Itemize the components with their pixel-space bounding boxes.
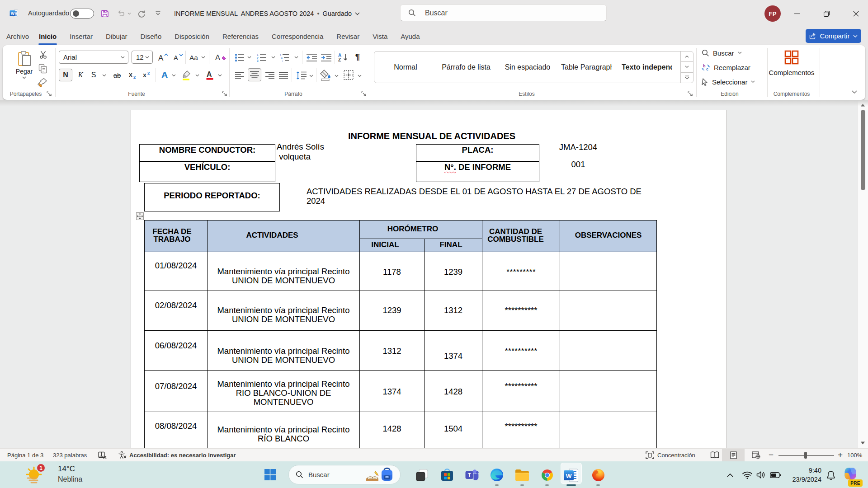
zoom-slider-thumb[interactable] <box>804 452 807 459</box>
start-button[interactable] <box>261 465 279 484</box>
clipboard-dialog-launcher[interactable] <box>47 91 52 97</box>
share-button[interactable]: Compartir <box>806 29 861 43</box>
highlight-chevron[interactable] <box>194 73 200 78</box>
tray-clock[interactable]: 9:40 23/9/2024 <box>784 465 821 484</box>
minimize-button[interactable] <box>787 0 807 27</box>
word-taskbar-icon[interactable]: W <box>562 467 580 484</box>
copilot-icon[interactable] <box>843 466 858 481</box>
style-parrafo-de-lista[interactable]: Párrafo de lista <box>441 52 491 83</box>
close-button[interactable] <box>844 0 868 27</box>
find-button[interactable]: Buscar <box>702 47 742 59</box>
edge-icon[interactable] <box>488 466 506 484</box>
tab-diseno[interactable]: Diseño <box>140 27 163 45</box>
text-effects-button[interactable]: A <box>158 69 171 81</box>
style-sin-espaciado[interactable]: Sin espaciado <box>502 52 553 83</box>
select-button[interactable]: Seleccionar <box>702 76 755 88</box>
tab-disposicion[interactable]: Disposición <box>174 27 210 45</box>
undo-dropdown-chevron[interactable] <box>127 12 131 15</box>
bold-button[interactable]: N <box>59 69 72 81</box>
accessibility-icon[interactable] <box>118 451 127 459</box>
underline-button[interactable]: S <box>88 69 99 81</box>
styles-more-button[interactable] <box>681 72 693 83</box>
chrome-icon[interactable] <box>538 466 556 484</box>
line-spacing-chevron[interactable] <box>308 74 314 78</box>
bullets-button[interactable] <box>234 52 245 63</box>
document-page[interactable]: INFORME MENSUAL DE ACTIVIDADES NOMBRE CO… <box>131 110 726 448</box>
italic-button[interactable]: K <box>75 69 86 81</box>
numbering-button[interactable]: 123 <box>255 52 267 63</box>
firefox-icon[interactable] <box>589 466 607 484</box>
collapse-ribbon-chevron[interactable] <box>850 89 859 96</box>
print-layout-button[interactable] <box>722 449 745 461</box>
weather-condition[interactable]: Neblina <box>58 475 82 483</box>
zoom-out-button[interactable]: − <box>769 450 774 460</box>
style-normal[interactable]: Normal <box>380 52 431 83</box>
tab-insertar[interactable]: Insertar <box>69 27 94 45</box>
multilevel-list-button[interactable]: 1ai <box>278 52 290 63</box>
notification-bell-icon[interactable] <box>824 468 838 482</box>
align-left-button[interactable] <box>234 70 245 81</box>
word-count[interactable]: 323 palabras <box>53 452 87 459</box>
line-spacing-button[interactable] <box>295 70 307 81</box>
cut-button[interactable] <box>38 50 49 60</box>
style-texto-independiente[interactable]: Texto independiente <box>622 52 672 83</box>
shading-chevron[interactable] <box>334 74 339 78</box>
font-color-button[interactable]: A <box>203 69 216 81</box>
titlebar-search-box[interactable]: Buscar <box>400 5 607 21</box>
text-effects-chevron[interactable] <box>171 73 176 78</box>
autosave-toggle[interactable] <box>70 9 94 19</box>
shrink-font-button[interactable]: A <box>172 52 184 63</box>
task-view-button[interactable] <box>413 466 431 484</box>
clear-formatting-button[interactable]: A <box>214 52 228 63</box>
tab-vista[interactable]: Vista <box>372 27 388 45</box>
bullets-chevron[interactable] <box>246 55 252 60</box>
styles-scroll-up[interactable] <box>681 52 693 61</box>
focus-mode-button[interactable]: Concentración <box>646 451 695 459</box>
change-case-button[interactable]: Aa <box>188 52 206 63</box>
vertical-scrollbar[interactable] <box>858 100 868 448</box>
tab-inicio[interactable]: Inicio <box>38 27 57 45</box>
tab-revisar[interactable]: Revisar <box>335 27 360 45</box>
addins-button-label[interactable]: Complementos <box>769 69 815 76</box>
align-center-button[interactable] <box>248 68 261 81</box>
zoom-level[interactable]: 100% <box>847 452 862 459</box>
taskbar-search-box[interactable]: Buscar <box>288 465 401 484</box>
tab-referencias[interactable]: Referencias <box>222 27 259 45</box>
align-right-button[interactable] <box>264 70 276 81</box>
speaker-icon[interactable] <box>755 469 767 481</box>
multilevel-chevron[interactable] <box>293 55 299 60</box>
proofing-icon[interactable] <box>98 451 107 459</box>
paste-button[interactable]: Pegar <box>13 48 35 97</box>
font-name-combo[interactable]: Arial <box>59 51 128 64</box>
show-marks-button[interactable]: ¶ <box>353 51 363 63</box>
strikethrough-button[interactable]: ab <box>109 69 125 81</box>
battery-icon[interactable] <box>769 469 782 481</box>
save-button[interactable] <box>100 9 109 18</box>
accessibility-status[interactable]: Accesibilidad: es necesario investigar <box>129 452 236 459</box>
increase-indent-button[interactable] <box>320 52 332 63</box>
font-color-chevron[interactable] <box>217 73 222 78</box>
redo-button[interactable] <box>137 9 146 18</box>
microsoft-store-icon[interactable] <box>438 466 456 484</box>
scroll-up-arrow[interactable] <box>860 103 866 108</box>
weather-temp[interactable]: 14°C <box>58 465 75 474</box>
restore-button[interactable] <box>816 0 837 27</box>
format-painter-button[interactable] <box>36 76 49 87</box>
superscript-button[interactable]: x2 <box>141 69 153 81</box>
scrollbar-thumb[interactable] <box>861 110 865 190</box>
wifi-icon[interactable] <box>741 469 754 481</box>
tray-chevron-up-icon[interactable] <box>724 469 736 481</box>
file-explorer-icon[interactable] <box>513 466 531 484</box>
addins-button[interactable] <box>783 49 800 66</box>
tab-correspondencia[interactable]: Correspondencia <box>271 27 324 45</box>
font-dialog-launcher[interactable] <box>222 91 227 97</box>
table-move-handle[interactable] <box>136 212 144 220</box>
scroll-down-arrow[interactable] <box>860 441 866 446</box>
page-indicator[interactable]: Página 1 de 3 <box>7 452 43 459</box>
shading-button[interactable] <box>319 68 333 82</box>
quick-access-toolbar-chevron[interactable] <box>155 10 161 16</box>
avatar[interactable]: FP <box>764 5 781 22</box>
borders-button[interactable] <box>342 69 355 81</box>
zoom-in-button[interactable]: + <box>838 450 843 460</box>
tab-ayuda[interactable]: Ayuda <box>400 27 420 45</box>
